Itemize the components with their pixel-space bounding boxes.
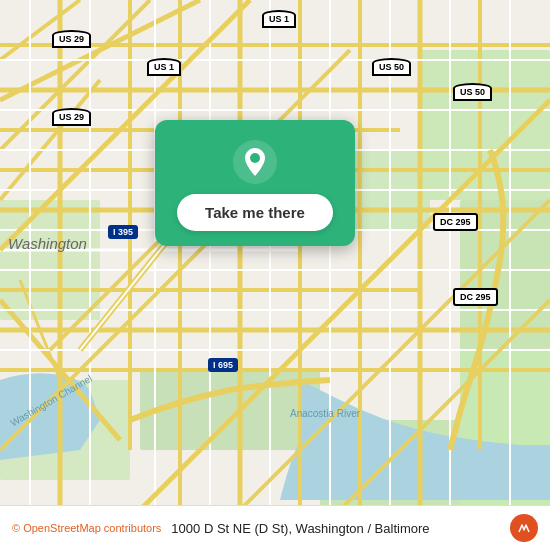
map-attribution: © OpenStreetMap contributors: [12, 522, 161, 534]
shield-us29-mid: US 29: [52, 108, 91, 126]
shield-dc295-1: DC 295: [433, 213, 478, 231]
shield-i395: I 395: [108, 225, 138, 239]
shield-us29-top: US 29: [52, 30, 91, 48]
osm-attribution-text: © OpenStreetMap contributors: [12, 522, 161, 534]
take-me-there-button[interactable]: Take me there: [177, 194, 333, 231]
popup-card: Take me there: [155, 120, 355, 246]
moovit-logo: [506, 514, 538, 542]
shield-us1-mid: US 1: [147, 58, 181, 76]
location-pin-icon: [233, 140, 277, 184]
shield-us1-top: US 1: [262, 10, 296, 28]
address-label: 1000 D St NE (D St), Washington / Baltim…: [161, 521, 506, 536]
bottom-bar: © OpenStreetMap contributors 1000 D St N…: [0, 505, 550, 550]
svg-point-56: [250, 153, 260, 163]
shield-dc295-2: DC 295: [453, 288, 498, 306]
map-container: Washington Anacostia River Washington Ch…: [0, 0, 550, 550]
svg-rect-1: [0, 200, 100, 320]
shield-us50-right: US 50: [453, 83, 492, 101]
moovit-icon: [510, 514, 538, 542]
svg-rect-5: [420, 50, 550, 200]
shield-i695: I 695: [208, 358, 238, 372]
shield-us50-top: US 50: [372, 58, 411, 76]
river-label: Anacostia River: [290, 408, 360, 419]
city-label: Washington: [8, 235, 87, 252]
